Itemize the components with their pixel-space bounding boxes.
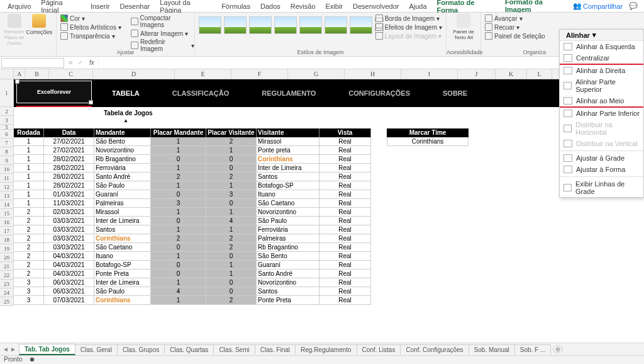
menu-ajuda[interactable]: Ajuda (404, 1, 431, 11)
table-row[interactable]: 306/03/2021Inter de Limeira10Novorizonti… (14, 278, 371, 287)
corrections-button[interactable]: Correções (26, 14, 52, 46)
col-I[interactable]: I (401, 69, 458, 79)
ribbon: Remover Plano de Fundo Correções Cor ▾ E… (0, 13, 644, 57)
menu-dados[interactable]: Dados (255, 1, 286, 11)
table-row[interactable]: 128/02/2021Ferroviária10Inter de Limeira… (14, 164, 371, 173)
col-E[interactable]: E (175, 69, 231, 79)
table-row[interactable]: 127/02/2021Novorizontino11Ponte pretaRea… (14, 146, 371, 155)
col-L[interactable]: L (527, 69, 552, 79)
group-label-acess: Acessibilidade (447, 49, 480, 55)
sheet-area[interactable]: 1 2 3 5 6 7 8 9 10 11 12 13 14 15 16 17 … (0, 79, 644, 331)
subtitle: Tabela de Jogos (104, 110, 153, 117)
cancel-icon: ✕ (65, 59, 75, 66)
col-J[interactable]: J (458, 69, 496, 79)
menu-revisao[interactable]: Revisão (286, 1, 321, 11)
col-A[interactable]: A (14, 69, 25, 79)
table-row[interactable]: 128/02/2021São Paulo11Botafogo-SPReal (14, 181, 371, 190)
share-icon: 👥 (573, 2, 582, 10)
fx-label[interactable]: fx (86, 59, 98, 66)
col-K[interactable]: K (496, 69, 527, 79)
app-navbar: TABELA CLASSIFICAÇÃO REGULAMENTO CONFIGU… (14, 79, 644, 107)
distribute-vertical-item: Distribuir na Vertical (560, 138, 643, 149)
comments-icon[interactable]: 💬 (625, 2, 641, 10)
align-top-item[interactable]: Alinhar Parte Superior (560, 76, 643, 95)
picture-effects-button[interactable]: Efeitos de Imagem ▾ (375, 23, 442, 31)
table-row[interactable]: 203/03/2021São Caetano02Rb BragantinoRea… (14, 243, 371, 252)
align-left-item[interactable]: Alinhar à Esquerda (560, 41, 643, 52)
align-center-item[interactable]: Centralizar (560, 52, 643, 64)
logo-image[interactable]: Excelforever (16, 81, 92, 103)
marcar-time-value[interactable]: Corinthians (387, 137, 469, 146)
table-row[interactable]: 203/03/2021Santos11FerroviáriaReal (14, 225, 371, 234)
menu-desenhar[interactable]: Desenhar (114, 1, 155, 11)
menu-exibir[interactable]: Exibir (321, 1, 348, 11)
distribute-horizontal-item: Distribuir na Horizontal (560, 119, 643, 138)
snap-to-shape-item[interactable]: Ajustar à Forma (560, 164, 643, 175)
games-table: Rodada Data Mandante Placar Mandante Pla… (14, 128, 371, 305)
table-row[interactable]: 204/03/2021Ituano10São BentoReal (14, 252, 371, 261)
tab-classificacao[interactable]: CLASSIFICAÇÃO (169, 89, 233, 97)
select-all-corner[interactable] (0, 69, 14, 79)
alt-text-button[interactable]: Painel de Texto Alt (450, 14, 477, 40)
col-C[interactable]: C (49, 69, 93, 79)
align-right-item[interactable]: Alinhar à Direita (560, 65, 643, 76)
show-gridlines-item[interactable]: Exibir Linhas de Grade (560, 178, 643, 197)
snap-to-grid-item[interactable]: Ajustar à Grade (560, 152, 643, 164)
table-row[interactable]: 128/02/2021Santo André22SantosReal (14, 173, 371, 181)
menu-desenvolvedor[interactable]: Desenvolvedor (348, 1, 404, 11)
col-F[interactable]: F (231, 69, 288, 79)
col-D[interactable]: D (93, 69, 175, 79)
menu-bar: Arquivo Página Inicial Inserir Desenhar … (0, 0, 644, 13)
table-row[interactable]: 203/03/2021Inter de Limeira04São PauloRe… (14, 217, 371, 225)
table-row[interactable]: 128/02/2021Rb Bragantino00CorinthiansRea… (14, 155, 371, 164)
tab-sobre[interactable]: SOBRE (439, 89, 471, 97)
compact-images-button[interactable]: Compactar Imagens (131, 14, 194, 29)
align-dropdown-header[interactable]: Alinhar ▾ (560, 30, 643, 41)
picture-border-button[interactable]: Borda de Imagem ▾ (375, 14, 442, 23)
align-bottom-item[interactable]: Alinhar Parte Inferior (560, 108, 643, 119)
formula-bar: ✕ ✓ fx (0, 57, 644, 69)
tab-regulamento[interactable]: REGULAMENTO (258, 89, 319, 97)
table-row[interactable]: 202/03/2021Mirassol11NovorizontinoReal (14, 208, 371, 217)
change-image-button[interactable]: Alterar Imagem ▾ (131, 29, 194, 38)
menu-formulas[interactable]: Fórmulas (216, 1, 255, 11)
column-headers: A B C D E F G H I J K L M N O (0, 69, 644, 79)
marcar-time-header: Marcar Time (387, 128, 469, 137)
bring-forward-button[interactable]: Avançar ▾ (485, 14, 584, 23)
table-row[interactable]: 203/03/2021Corinthians22PalmeirasReal (14, 234, 371, 243)
menu-arquivo[interactable]: Arquivo (3, 1, 36, 11)
table-row[interactable]: 101/03/2021Guaraní03ItuanoReal (14, 190, 371, 199)
tab-configuracoes[interactable]: CONFIGURAÇÕES (345, 89, 414, 97)
menu-inserir[interactable]: Inserir (86, 1, 115, 11)
col-G[interactable]: G (288, 69, 345, 79)
table-row[interactable]: 127/02/2021São Bento12MirassolReal (14, 137, 371, 146)
triangle-marker: ▲ (123, 118, 128, 123)
table-row[interactable]: 204/03/2021Botafogo-SP01GuaraníReal (14, 261, 371, 270)
share-button[interactable]: 👥Compartilhar (573, 2, 623, 10)
marcar-time-panel: Marcar Time Corinthians (387, 128, 469, 146)
enter-icon: ✓ (75, 59, 86, 66)
col-B[interactable]: B (25, 69, 49, 79)
name-box[interactable] (1, 58, 64, 68)
align-dropdown: Alinhar ▾ Alinhar à Esquerda Centralizar… (559, 29, 644, 198)
col-H[interactable]: H (345, 69, 401, 79)
group-label-estilos: Estilos de Imagem (195, 49, 446, 55)
table-row[interactable]: 307/03/2021Corinthians12Ponte PretaReal (14, 296, 371, 305)
align-middle-item[interactable]: Alinhar ao Meio (560, 95, 643, 106)
table-row[interactable]: 306/03/2021São Paulo40SantosReal (14, 287, 371, 296)
picture-layout-button: Layout de Imagem ▾ (375, 31, 442, 40)
tab-tabela[interactable]: TABELA (108, 89, 143, 97)
remove-background-button: Remover Plano de Fundo (4, 14, 25, 46)
table-row[interactable]: 111/03/2021Palmeiras30São CaetanoReal (14, 199, 371, 208)
table-row[interactable]: 204/03/2021Ponte Preta01Santo AndréReal (14, 270, 371, 278)
group-label-ajustar: Ajustar (57, 49, 194, 55)
